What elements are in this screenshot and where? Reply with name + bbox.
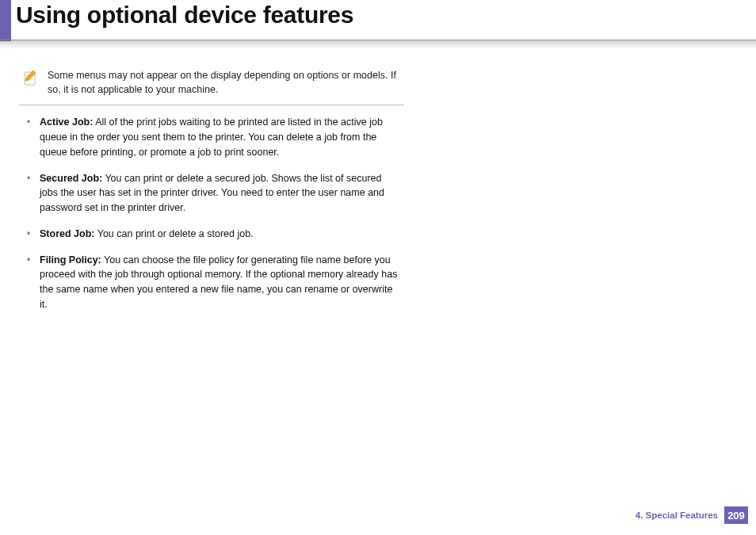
note-text: Some menus may not appear on the display… — [48, 68, 396, 97]
page-number: 209 — [724, 506, 748, 524]
term: Stored Job: — [40, 228, 94, 239]
header-shadow — [0, 40, 756, 49]
accent-bar — [0, 0, 11, 41]
term: Active Job: — [40, 117, 93, 128]
document-page: Using optional device features Some menu… — [0, 0, 756, 535]
list-item: Secured Job: You can print or delete a s… — [19, 171, 404, 216]
term: Secured Job: — [40, 173, 102, 184]
page-header: Using optional device features — [0, 0, 756, 51]
page-title: Using optional device features — [0, 0, 756, 29]
desc: You can print or delete a stored job. — [94, 228, 253, 239]
bullet-list: Active Job: All of the print jobs waitin… — [19, 115, 404, 311]
list-item: Stored Job: You can print or delete a st… — [19, 227, 404, 242]
note-pencil-icon — [22, 69, 40, 97]
term: Filing Policy: — [40, 254, 101, 266]
list-item: Filing Policy: You can choose the file p… — [19, 253, 404, 312]
content-column: Some menus may not appear on the display… — [0, 51, 404, 312]
list-item: Active Job: All of the print jobs waitin… — [19, 115, 404, 159]
chapter-label: 4. Special Features — [636, 510, 718, 520]
note-callout: Some menus may not appear on the display… — [19, 68, 404, 105]
page-footer: 4. Special Features 209 — [636, 506, 748, 524]
